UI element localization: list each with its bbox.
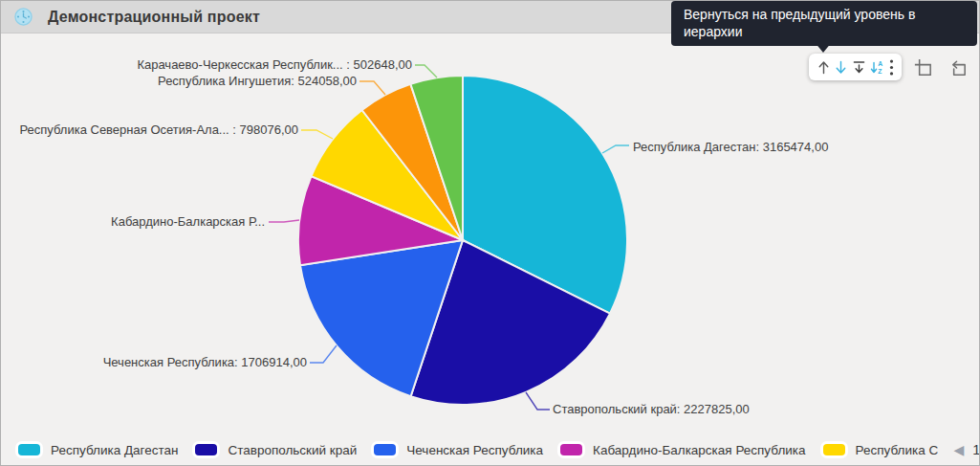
pie-chart-svg <box>1 33 980 436</box>
legend-swatch <box>195 444 217 455</box>
next-level-icon[interactable] <box>851 57 868 77</box>
legend-item-dagestan[interactable]: Республика Дагестан <box>15 443 178 457</box>
drill-toolbar: A Z <box>809 54 902 80</box>
svg-text:Z: Z <box>879 68 882 75</box>
tooltip-arrow <box>815 42 832 53</box>
reset-zoom-icon[interactable] <box>946 55 969 78</box>
legend-item-stavropol[interactable]: Ставропольский край <box>192 443 357 457</box>
tooltip-text: Вернуться на предыдущий уровень в иерарх… <box>684 7 915 39</box>
more-options-icon[interactable] <box>886 57 896 77</box>
legend-item-kabardino[interactable]: Кабардино-Балкарская Республика <box>557 443 806 457</box>
legend-label: Республика Дагестан <box>51 443 178 457</box>
legend-label: Чеченская Республика <box>406 443 543 457</box>
legend-pagination: ◀ 1/2 ▶ <box>954 442 980 457</box>
pie-slices <box>298 76 627 405</box>
leader-line <box>310 345 337 363</box>
bi-widget: Демонстрационный проект Республика Дагес… <box>0 0 980 466</box>
pie-chart-area: Республика Дагестан: 3165474,00 Ставропо… <box>1 33 980 436</box>
slice-label-kabardino: Кабардино-Балкарская Р... <box>111 214 265 230</box>
legend-label: Ставропольский край <box>228 443 357 457</box>
legend-item-osetia[interactable]: Республика С <box>820 443 938 457</box>
page-title: Демонстрационный проект <box>48 9 260 26</box>
legend-prev-page-icon[interactable]: ◀ <box>954 443 965 456</box>
drill-up-icon[interactable] <box>815 57 832 77</box>
project-logo-icon <box>14 8 33 26</box>
legend-swatch <box>560 444 582 455</box>
leader-line <box>526 392 550 410</box>
leader-line <box>269 220 299 222</box>
sort-az-icon[interactable]: A Z <box>868 57 885 77</box>
leader-line <box>415 65 437 78</box>
leader-line <box>301 130 333 139</box>
legend-swatch <box>374 444 396 455</box>
leader-line <box>359 81 385 95</box>
select-area-icon[interactable] <box>911 55 934 78</box>
drill-down-icon[interactable] <box>833 57 850 77</box>
slice-label-ingushetia: Республика Ингушетия: 524058,00 <box>158 74 357 89</box>
svg-text:A: A <box>879 60 883 67</box>
drill-up-tooltip: Вернуться на предыдущий уровень в иерарх… <box>671 1 977 46</box>
legend-page-indicator: 1/2 <box>972 442 980 457</box>
view-controls <box>911 55 969 78</box>
legend-swatch <box>823 444 845 455</box>
slice-label-stavropol: Ставропольский край: 2227825,00 <box>553 402 750 417</box>
legend-label: Республика С <box>856 443 938 457</box>
legend-item-chechnya[interactable]: Чеченская Республика <box>371 443 543 457</box>
slice-label-karachaevo: Карачаево-Черкесская Республик... : 5026… <box>137 57 412 73</box>
slice-label-dagestan: Республика Дагестан: 3165474,00 <box>633 140 828 155</box>
legend-label: Кабардино-Балкарская Республика <box>593 443 806 457</box>
leader-line <box>602 145 629 153</box>
chart-legend: Республика Дагестан Ставропольский край … <box>1 434 980 465</box>
slice-label-osetia: Республика Северная Осетия-Ала... : 7980… <box>19 122 298 138</box>
legend-swatch <box>18 444 40 455</box>
slice-label-chechnya: Чеченская Республика: 1706914,00 <box>103 355 307 370</box>
